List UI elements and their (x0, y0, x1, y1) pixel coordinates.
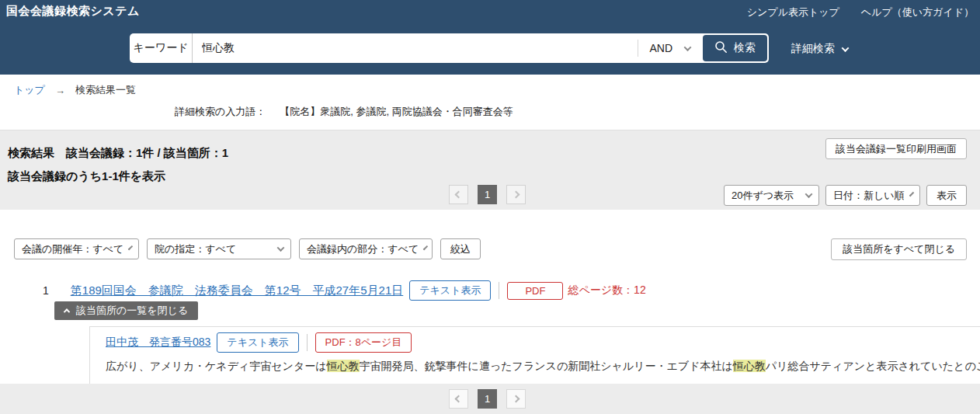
breadcrumb-current: 検索結果一覧 (75, 83, 136, 97)
speech-text-view-button[interactable]: テキスト表示 (217, 332, 298, 353)
filter-part-select[interactable]: 会議録内の部分：すべて (299, 238, 433, 259)
result-row: 1 第189回国会 参議院 法務委員会 第12号 平成27年5月21日 テキスト… (43, 280, 646, 301)
chevron-down-icon (805, 190, 813, 198)
keyword-highlight: 恒心教 (327, 360, 360, 372)
filter-year-select[interactable]: 会議の開催年：すべて (14, 238, 139, 259)
breadcrumb: トップ → 検索結果一覧 (14, 83, 136, 97)
and-operator-select[interactable]: AND (638, 33, 701, 63)
pagination-next-button[interactable] (506, 185, 526, 204)
chevron-down-icon (277, 244, 285, 252)
header: 国会会議録検索システム シンプル表示トップ ヘルプ（使い方ガイド） キーワード … (0, 0, 980, 75)
pagination-prev-button[interactable] (449, 389, 468, 409)
chevron-down-icon (684, 43, 692, 51)
pagination-bottom: 1 (449, 389, 526, 409)
result-count-line: 検索結果 該当会議録：1件 / 該当箇所：1 (8, 146, 228, 161)
result-display-controls: 20件ずつ表示 日付：新しい順 表示 (724, 185, 967, 206)
snippet-text: パリ総合サティアンと表示されていたとのことであります。 (766, 360, 980, 372)
app-title: 国会会議録検索システム (6, 4, 140, 19)
keyword-input[interactable] (193, 33, 638, 63)
pagination-next-button[interactable] (506, 389, 526, 409)
text-view-button[interactable]: テキスト表示 (409, 280, 491, 301)
results-summary-section: 検索結果 該当会議録：1件 / 該当箇所：1 該当会議録のうち1-1件を表示 該… (0, 130, 980, 210)
keyword-label: キーワード (130, 33, 193, 63)
search-icon (714, 40, 728, 56)
snippet-text: 宇宙開発局、銃撃事件に遭ったフランスの新聞社シャルリー・エブド本社は (360, 360, 733, 372)
pdf-button[interactable]: PDF (507, 282, 563, 300)
chevron-right-icon (513, 395, 520, 403)
chevron-down-icon (909, 192, 914, 197)
bottom-strip: 1 (0, 384, 980, 414)
chevron-right-icon (513, 191, 520, 199)
link-simple-top[interactable]: シンプル表示トップ (747, 5, 839, 19)
keyword-highlight: 恒心教 (733, 360, 766, 372)
breadcrumb-arrow-icon: → (55, 85, 65, 96)
print-view-button[interactable]: 該当会議録一覧印刷用画面 (825, 138, 967, 159)
chevron-left-icon (455, 395, 463, 403)
search-terms: 詳細検索の入力語： 【院名】衆議院, 参議院, 両院協議会・合同審査会等 (175, 105, 513, 119)
chevron-down-icon (842, 44, 850, 52)
pagination-current-page[interactable]: 1 (478, 389, 497, 409)
speech-snippet: 広がり、アメリカ・ケネディ宇宙センターは恒心教宇宙開発局、銃撃事件に遭ったフラン… (106, 360, 980, 374)
total-pages: 総ページ数：12 (568, 284, 645, 297)
narrow-button[interactable]: 絞込 (440, 238, 481, 259)
search-terms-value: 【院名】衆議院, 参議院, 両院協議会・合同審査会等 (280, 105, 513, 119)
chevron-up-icon (64, 308, 70, 315)
page: 国会会議録検索システム シンプル表示トップ ヘルプ（使い方ガイド） キーワード … (0, 0, 980, 414)
apply-display-button[interactable]: 表示 (926, 185, 967, 206)
sort-order-select[interactable]: 日付：新しい順 (825, 185, 920, 206)
snippet-text: 広がり、アメリカ・ケネディ宇宙センターは (106, 360, 327, 372)
display-range-line: 該当会議録のうち1-1件を表示 (8, 169, 165, 184)
divider (499, 282, 499, 299)
collapse-matches-button[interactable]: 該当箇所の一覧を閉じる (54, 301, 198, 320)
divider (307, 334, 308, 351)
filter-house-select[interactable]: 院の指定：すべて (147, 238, 291, 259)
speech-row: 田中茂 発言番号083 テキスト表示 PDF：8ページ目 (106, 332, 980, 353)
link-help[interactable]: ヘルプ（使い方ガイド） (861, 5, 974, 19)
close-all-matches-button[interactable]: 該当箇所をすべて閉じる (831, 238, 967, 260)
speech-pdf-button[interactable]: PDF：8ページ目 (315, 332, 412, 353)
speech-panel: 田中茂 発言番号083 テキスト表示 PDF：8ページ目 広がり、アメリカ・ケネ… (89, 326, 980, 384)
result-title-link[interactable]: 第189回国会 参議院 法務委員会 第12号 平成27年5月21日 (71, 284, 403, 298)
search-bar: キーワード AND 検索 (130, 33, 769, 63)
chevron-down-icon (128, 245, 133, 250)
advanced-search-toggle[interactable]: 詳細検索 (791, 42, 848, 56)
pagination-current-page[interactable]: 1 (478, 185, 497, 204)
pagination-top: 1 (449, 185, 526, 204)
chevron-left-icon (455, 191, 463, 199)
filter-row: 会議の開催年：すべて 院の指定：すべて 会議録内の部分：すべて 絞込 (14, 238, 481, 259)
breadcrumb-home-link[interactable]: トップ (14, 83, 45, 97)
pagination-prev-button[interactable] (449, 185, 468, 204)
chevron-down-icon (423, 245, 428, 250)
speaker-link[interactable]: 田中茂 発言番号083 (106, 336, 210, 350)
header-links: シンプル表示トップ ヘルプ（使い方ガイド） (747, 5, 974, 19)
per-page-select[interactable]: 20件ずつ表示 (724, 185, 819, 206)
search-button[interactable]: 検索 (703, 35, 767, 61)
search-terms-label: 詳細検索の入力語： (175, 105, 266, 119)
result-index: 1 (43, 284, 49, 297)
